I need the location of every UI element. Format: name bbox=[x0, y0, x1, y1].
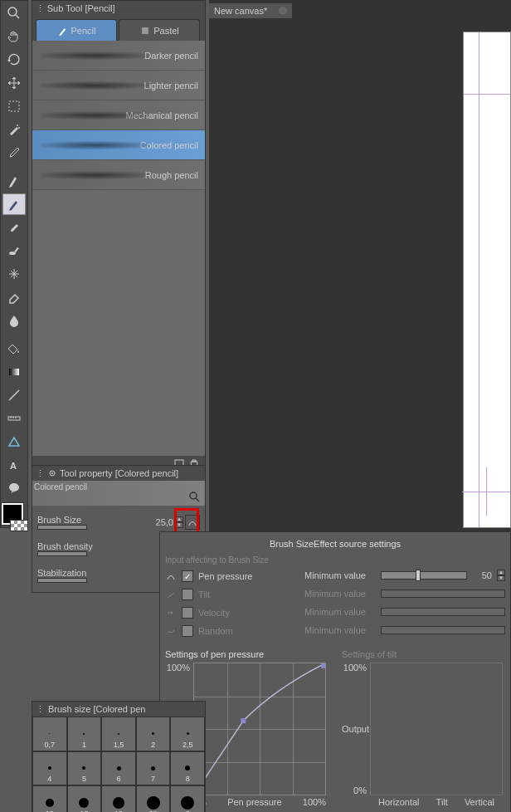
min-value-label: Minimum value bbox=[304, 570, 376, 580]
brush-size-cell[interactable]: 2 bbox=[136, 717, 171, 751]
svg-point-5 bbox=[9, 252, 16, 255]
svg-line-1 bbox=[16, 15, 19, 18]
brush-size-stepper[interactable]: ▲▼ bbox=[175, 516, 183, 528]
brush-size-value: 0,7 bbox=[45, 741, 56, 749]
pressure-curve[interactable] bbox=[194, 663, 325, 795]
transparent-color[interactable] bbox=[10, 520, 28, 531]
blend-tool[interactable] bbox=[2, 310, 26, 331]
tilt-tilt: Tilt bbox=[436, 797, 448, 807]
balloon-tool[interactable] bbox=[2, 477, 26, 499]
brush-lighter-pencil[interactable]: Lighter pencil bbox=[32, 71, 205, 100]
disabled-slider bbox=[381, 626, 505, 634]
min-value-slider[interactable] bbox=[381, 571, 467, 580]
effect-source-popup: Brush SizeEffect source settings Input a… bbox=[159, 531, 511, 812]
pressure-curve-editor[interactable] bbox=[193, 663, 326, 795]
move-tool[interactable] bbox=[2, 72, 26, 94]
brush-colored-pencil[interactable]: Colored pencil bbox=[32, 130, 205, 160]
pen-pressure-checkbox[interactable] bbox=[182, 570, 193, 582]
svg-rect-14 bbox=[142, 27, 148, 34]
fill-tool[interactable] bbox=[2, 338, 26, 360]
brush-size-cell[interactable]: 1,5 bbox=[101, 717, 136, 751]
brush-size-value: 2,5 bbox=[182, 741, 193, 749]
svg-line-19 bbox=[196, 498, 199, 501]
random-checkbox[interactable] bbox=[182, 625, 193, 637]
decoration-tool[interactable] bbox=[2, 263, 26, 285]
brush-size-bar[interactable] bbox=[37, 525, 87, 530]
y-axis-output: Output bbox=[342, 724, 367, 734]
brush-size-cell[interactable]: 2 bbox=[170, 785, 205, 812]
selection-rect-tool[interactable] bbox=[2, 95, 26, 117]
brush-size-cell[interactable]: 0,7 bbox=[32, 717, 67, 751]
x-axis-100: 100% bbox=[303, 797, 326, 807]
rotate-tool[interactable] bbox=[2, 49, 26, 71]
graph-title: Settings of tilt bbox=[342, 649, 505, 659]
text-tool[interactable]: A bbox=[2, 454, 26, 476]
tab-pencil[interactable]: Pencil bbox=[36, 19, 117, 41]
min-value-number[interactable]: 50 bbox=[472, 570, 492, 580]
gradient-tool[interactable] bbox=[2, 361, 26, 383]
canvas-tab-label: New canvas* bbox=[214, 6, 267, 16]
svg-point-18 bbox=[190, 492, 197, 499]
svg-text:A: A bbox=[10, 461, 17, 471]
brush-size-label: Brush Size bbox=[37, 515, 87, 525]
tilt-graph: Settings of tilt 100% Output 0% Horizont… bbox=[342, 649, 505, 807]
random-row: Random bbox=[165, 623, 298, 639]
ruler-tool[interactable] bbox=[2, 408, 26, 429]
canvas-tab[interactable]: New canvas* bbox=[209, 3, 292, 18]
brush-rough-pencil[interactable]: Rough pencil bbox=[32, 160, 205, 190]
tool-property-title: Tool property [Colored pencil] bbox=[60, 468, 178, 478]
brush-size-cell[interactable]: 6 bbox=[101, 751, 136, 786]
brush-size-cell[interactable]: 18 bbox=[101, 785, 136, 812]
brush-size-cell[interactable]: 5 bbox=[67, 751, 102, 786]
brush-size-cell[interactable]: 12 bbox=[32, 785, 67, 812]
brush-size-cell[interactable]: 1 bbox=[67, 717, 102, 751]
pencil-tool[interactable] bbox=[2, 193, 26, 215]
svg-point-17 bbox=[51, 472, 53, 474]
svg-point-4 bbox=[18, 127, 20, 129]
tab-pastel[interactable]: Pastel bbox=[119, 19, 200, 41]
magnify-icon[interactable] bbox=[188, 491, 202, 504]
svg-point-0 bbox=[8, 7, 17, 16]
x-axis-label: Pen pressure bbox=[227, 797, 281, 807]
velocity-checkbox[interactable] bbox=[182, 607, 193, 619]
pen-tool[interactable] bbox=[2, 170, 26, 192]
airbrush-tool[interactable] bbox=[2, 240, 26, 262]
shape-tool[interactable] bbox=[2, 431, 26, 452]
eraser-tool[interactable] bbox=[2, 286, 26, 308]
brush-size-value[interactable]: 25,0 bbox=[156, 517, 173, 527]
brush-size-cell[interactable]: 4 bbox=[32, 751, 67, 786]
brush-darker-pencil[interactable]: Darker pencil bbox=[32, 41, 205, 71]
tilt-icon bbox=[165, 589, 177, 600]
gear-icon[interactable] bbox=[48, 469, 56, 477]
random-label: Random bbox=[198, 626, 233, 636]
graph-title: Settings of pen pressure bbox=[165, 649, 328, 659]
hand-tool[interactable] bbox=[2, 26, 26, 47]
brush-size-cell[interactable]: 2,5 bbox=[170, 717, 205, 751]
stabilization-bar[interactable] bbox=[37, 578, 87, 583]
line-tool[interactable] bbox=[2, 384, 26, 406]
disabled-slider bbox=[381, 608, 505, 616]
panel-grip-icon: ⋮ bbox=[36, 468, 45, 479]
y-axis-0: 0% bbox=[342, 785, 367, 795]
wand-tool[interactable] bbox=[2, 119, 26, 140]
brush-mechanical-pencil[interactable]: Mechanical pencil bbox=[32, 100, 205, 130]
brush-size-dynamics-button[interactable] bbox=[185, 515, 200, 530]
tilt-checkbox[interactable] bbox=[182, 589, 193, 600]
velocity-icon bbox=[165, 607, 177, 619]
brush-size-cell[interactable]: 8 bbox=[170, 751, 205, 786]
min-value-stepper[interactable]: ▲▼ bbox=[497, 570, 505, 581]
brush-size-cell[interactable]: 20 bbox=[136, 785, 171, 812]
tab-pencil-label: Pencil bbox=[71, 26, 96, 36]
brush-size-cell[interactable]: 7 bbox=[136, 751, 171, 786]
brush-tool[interactable] bbox=[2, 217, 26, 238]
brush-size-cell[interactable]: 15 bbox=[67, 785, 102, 812]
panel-grip-icon: ⋮ bbox=[36, 3, 45, 14]
canvas-area: New canvas* bbox=[209, 0, 511, 531]
brush-density-bar[interactable] bbox=[37, 551, 87, 556]
close-icon[interactable] bbox=[279, 7, 287, 15]
canvas[interactable] bbox=[463, 32, 511, 528]
eyedropper-tool[interactable] bbox=[2, 142, 26, 164]
guide-vertical bbox=[479, 32, 479, 527]
velocity-label: Velocity bbox=[198, 608, 230, 618]
zoom-tool[interactable] bbox=[2, 2, 26, 24]
